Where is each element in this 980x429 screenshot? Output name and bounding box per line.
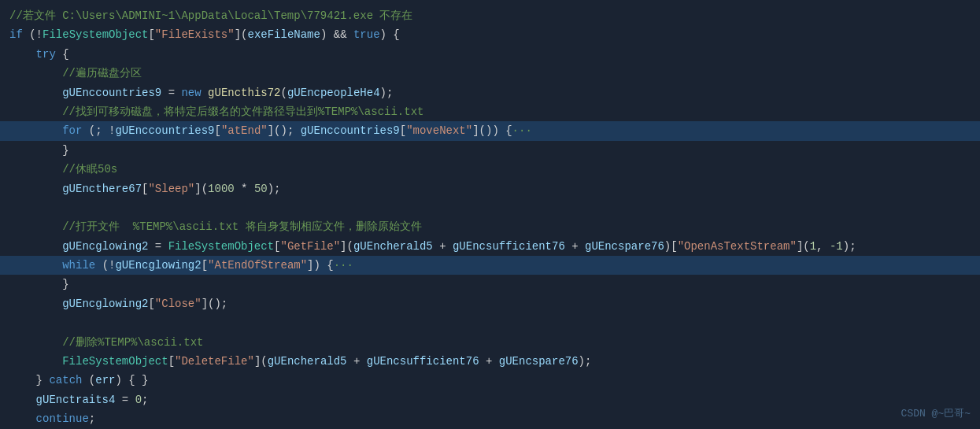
code-line-3: try { <box>0 45 980 64</box>
code-editor: //若文件 C:\Users\ADMINI~1\AppData\Local\Te… <box>0 0 980 429</box>
code-line-18: //删除%TEMP%\ascii.txt <box>0 333 980 352</box>
code-line-8: } <box>0 141 980 160</box>
code-line-13: gUEncglowing2 = FileSystemObject [ "GetF… <box>0 237 980 256</box>
code-line-15: } <box>0 275 980 294</box>
code-line-6: //找到可移动磁盘，将特定后缀名的文件路径导出到%TEMP%\ascii.txt <box>0 102 980 121</box>
code-line-9: //休眠50s <box>0 160 980 179</box>
code-line-10: gUEncthere67 [ "Sleep" ]( 1000 * 50 ); <box>0 179 980 198</box>
code-line-20: } catch ( err ) { } <box>0 371 980 390</box>
code-line-5: gUEnccountries9 = new gUEncthis72 ( gUEn… <box>0 83 980 102</box>
code-line-22: continue ; <box>0 409 980 428</box>
keyword-if: if <box>9 26 23 43</box>
code-line-14: while (! gUEncglowing2 [ "AtEndOfStream"… <box>0 256 980 275</box>
code-line-11 <box>0 198 980 217</box>
code-line-17 <box>0 313 980 332</box>
code-line-21: gUEnctraits4 = 0 ; <box>0 390 980 409</box>
code-line-4: //遍历磁盘分区 <box>0 64 980 83</box>
code-line-7: for (; ! gUEnccountries9 [ "atEnd" ](); … <box>0 121 980 140</box>
code-line-1: //若文件 C:\Users\ADMINI~1\AppData\Local\Te… <box>0 6 980 25</box>
line-comment: //若文件 C:\Users\ADMINI~1\AppData\Local\Te… <box>9 7 412 24</box>
code-line-19: FileSystemObject [ "DeleteFile" ]( gUEnc… <box>0 352 980 371</box>
watermark: CSDN @~巴哥~ <box>901 406 971 423</box>
code-line-12: //打开文件 %TEMP%\ascii.txt 将自身复制相应文件，删除原始文件 <box>0 217 980 236</box>
code-line-16: gUEncglowing2 [ "Close" ](); <box>0 294 980 313</box>
code-line-2: if (! FileSystemObject [ "FileExists" ](… <box>0 25 980 44</box>
